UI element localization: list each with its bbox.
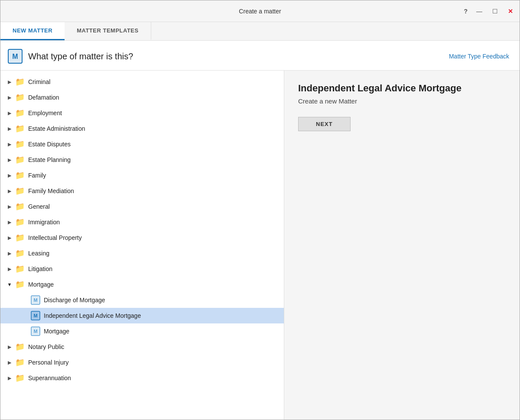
tree-item-estate-admin[interactable]: ▶📁Estate Administration <box>0 121 284 136</box>
window-title: Create a matter <box>239 8 281 15</box>
tree-item-litigation[interactable]: ▶📁Litigation <box>0 261 284 277</box>
tree-item-criminal[interactable]: ▶📁Criminal <box>0 74 284 90</box>
tree-item-leasing[interactable]: ▶📁Leasing <box>0 246 284 261</box>
window-controls: ? — ☐ ✕ <box>464 7 514 15</box>
tree-item-immigration[interactable]: ▶📁Immigration <box>0 214 284 230</box>
tree-item-discharge-of-mortgage[interactable]: M Discharge of Mortgage★ <box>0 292 284 308</box>
tree-label-intellectual-property: Intellectual Property <box>28 234 279 241</box>
help-button[interactable]: ? <box>464 8 468 15</box>
next-button[interactable]: NEXT <box>298 117 351 131</box>
tree-label-immigration: Immigration <box>28 219 279 226</box>
folder-icon-family-mediation: 📁 <box>15 186 25 196</box>
main-window: Create a matter ? — ☐ ✕ NEW MATTER MATTE… <box>0 0 520 420</box>
tab-bar: NEW MATTER MATTER TEMPLATES <box>0 22 520 41</box>
tree-toggle-family-mediation[interactable]: ▶ <box>6 187 13 195</box>
maximize-button[interactable]: ☐ <box>491 7 499 15</box>
folder-icon-intellectual-property: 📁 <box>15 233 25 242</box>
tree-toggle-criminal[interactable]: ▶ <box>6 78 13 86</box>
folder-icon-general: 📁 <box>15 202 25 211</box>
tree-item-independent-legal-advice-mortgage[interactable]: M Independent Legal Advice Mortgage <box>0 308 284 323</box>
tree-item-mortgage[interactable]: ▼📁Mortgage <box>0 277 284 292</box>
tree-toggle-estate-planning[interactable]: ▶ <box>6 156 13 164</box>
tree-toggle-personal-injury[interactable]: ▶ <box>6 359 13 366</box>
matter-icon-mortgage-sub: M <box>31 326 40 336</box>
content-area: M What type of matter is this? Matter Ty… <box>0 41 520 420</box>
folder-icon-estate-planning: 📁 <box>15 155 25 165</box>
folder-icon-employment: 📁 <box>15 108 25 118</box>
tree-item-superannuation[interactable]: ▶📁Superannuation <box>0 370 284 386</box>
tree-panel: ▶📁Criminal▶📁Defamation▶📁Employment▶📁Esta… <box>0 71 284 420</box>
tree-item-estate-planning[interactable]: ▶📁Estate Planning <box>0 152 284 168</box>
detail-title: Independent Legal Advice Mortgage <box>298 83 506 94</box>
folder-icon-mortgage: 📁 <box>15 280 25 289</box>
feedback-link[interactable]: Matter Type Feedback <box>449 53 509 60</box>
svg-text:M: M <box>33 313 37 318</box>
detail-panel: Independent Legal Advice Mortgage Create… <box>284 71 520 420</box>
header-row: M What type of matter is this? Matter Ty… <box>0 41 520 71</box>
close-button[interactable]: ✕ <box>507 7 514 15</box>
tree-item-defamation[interactable]: ▶📁Defamation <box>0 90 284 105</box>
tree-toggle-superannuation[interactable]: ▶ <box>6 374 13 382</box>
folder-icon-immigration: 📁 <box>15 217 25 227</box>
svg-text:M: M <box>33 329 37 334</box>
tree-item-mortgage-sub[interactable]: M Mortgage★ <box>0 323 284 339</box>
folder-icon-personal-injury: 📁 <box>15 358 25 367</box>
tree-toggle-estate-disputes[interactable]: ▶ <box>6 140 13 148</box>
tree-label-criminal: Criminal <box>28 78 279 85</box>
minimize-button[interactable]: — <box>475 7 483 15</box>
tree-toggle-employment[interactable]: ▶ <box>6 109 13 117</box>
folder-icon-superannuation: 📁 <box>15 373 25 383</box>
folder-icon-litigation: 📁 <box>15 264 25 274</box>
tree-label-estate-planning: Estate Planning <box>28 156 279 163</box>
tree-toggle-leasing[interactable]: ▶ <box>6 249 13 257</box>
matter-type-icon: M <box>7 48 23 64</box>
tree-item-employment[interactable]: ▶📁Employment <box>0 105 284 121</box>
tree-label-defamation: Defamation <box>28 94 279 101</box>
tree-label-family: Family <box>28 172 279 179</box>
tree-toggle-defamation[interactable]: ▶ <box>6 94 13 101</box>
matter-icon-discharge-of-mortgage: M <box>31 295 40 305</box>
folder-icon-estate-disputes: 📁 <box>15 139 25 149</box>
tree-label-notary-public: Notary Public <box>28 343 279 350</box>
tree-toggle-mortgage[interactable]: ▼ <box>6 281 13 288</box>
folder-icon-defamation: 📁 <box>15 93 25 102</box>
tree-toggle-intellectual-property[interactable]: ▶ <box>6 234 13 242</box>
tree-label-superannuation: Superannuation <box>28 375 279 381</box>
tree-item-intellectual-property[interactable]: ▶📁Intellectual Property <box>0 230 284 246</box>
tree-item-notary-public[interactable]: ▶📁Notary Public <box>0 339 284 355</box>
folder-icon-criminal: 📁 <box>15 77 25 87</box>
tree-label-litigation: Litigation <box>28 265 279 272</box>
tree-label-family-mediation: Family Mediation <box>28 187 279 194</box>
folder-icon-notary-public: 📁 <box>15 342 25 352</box>
tree-toggle-litigation[interactable]: ▶ <box>6 265 13 273</box>
tab-new-matter[interactable]: NEW MATTER <box>0 22 65 40</box>
main-split: ▶📁Criminal▶📁Defamation▶📁Employment▶📁Esta… <box>0 71 520 420</box>
tree-label-mortgage-sub: Mortgage <box>44 328 269 335</box>
title-bar: Create a matter ? — ☐ ✕ <box>0 0 520 22</box>
folder-icon-estate-admin: 📁 <box>15 124 25 133</box>
tree-item-estate-disputes[interactable]: ▶📁Estate Disputes <box>0 136 284 152</box>
tree-item-personal-injury[interactable]: ▶📁Personal Injury <box>0 355 284 370</box>
tree-label-general: General <box>28 203 279 210</box>
tree-item-family[interactable]: ▶📁Family <box>0 168 284 183</box>
tree-toggle-estate-admin[interactable]: ▶ <box>6 125 13 132</box>
tree-item-general[interactable]: ▶📁General <box>0 199 284 214</box>
page-title: What type of matter is this? <box>28 52 133 61</box>
tree-label-employment: Employment <box>28 110 279 116</box>
tree-scroll[interactable]: ▶📁Criminal▶📁Defamation▶📁Employment▶📁Esta… <box>0 71 284 420</box>
tree-label-mortgage: Mortgage <box>28 281 279 288</box>
svg-text:M: M <box>12 53 18 60</box>
svg-text:M: M <box>33 297 37 303</box>
tree-label-estate-admin: Estate Administration <box>28 125 279 132</box>
tree-label-discharge-of-mortgage: Discharge of Mortgage <box>44 297 269 304</box>
tree-toggle-general[interactable]: ▶ <box>6 203 13 210</box>
tree-toggle-family[interactable]: ▶ <box>6 171 13 179</box>
tree-toggle-notary-public[interactable]: ▶ <box>6 343 13 351</box>
tree-label-estate-disputes: Estate Disputes <box>28 141 279 148</box>
matter-icon-independent-legal-advice-mortgage: M <box>31 311 40 320</box>
tree-toggle-immigration[interactable]: ▶ <box>6 218 13 226</box>
tree-label-independent-legal-advice-mortgage: Independent Legal Advice Mortgage <box>44 312 279 319</box>
tree-item-family-mediation[interactable]: ▶📁Family Mediation <box>0 183 284 199</box>
folder-icon-family: 📁 <box>15 171 25 180</box>
tab-matter-templates[interactable]: MATTER TEMPLATES <box>65 22 151 40</box>
